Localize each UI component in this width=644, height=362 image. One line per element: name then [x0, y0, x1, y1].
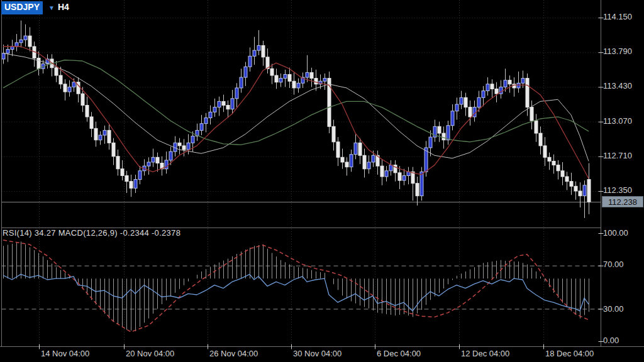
indicator-lines-layer: [3, 240, 589, 332]
symbol-selector[interactable]: USDJPY: [1, 1, 43, 14]
price-axis-label: 113.790: [603, 47, 632, 56]
rsi-axis-label: 100.00: [603, 228, 628, 238]
time-axis-label: 30 Nov 04:00: [293, 349, 341, 358]
macd-histogram-layer: [4, 241, 589, 331]
moving-averages-layer: [3, 47, 589, 178]
price-axis-label: 114.150: [603, 12, 632, 21]
time-axis-label: 12 Dec 04:00: [461, 349, 509, 358]
rsi-axis-label: 70.00: [603, 260, 624, 269]
price-axis-label: 113.070: [603, 116, 632, 126]
time-axis-label: 6 Dec 04:00: [377, 349, 421, 358]
time-axis-label: 14 Nov 04:00: [41, 349, 89, 358]
rsi-axis-label: 30.00: [603, 304, 624, 314]
current-price-badge: 112.238: [602, 196, 643, 207]
chevron-down-icon[interactable]: ▼: [48, 3, 55, 13]
timeframe-label: H4: [58, 2, 69, 12]
rsi-axis-label: 0.00: [603, 336, 619, 345]
price-axis-label: 112.710: [603, 151, 632, 160]
candles-layer: [2, 21, 591, 218]
chart-surface[interactable]: [0, 0, 644, 362]
symbol-label: USDJPY: [4, 2, 40, 12]
time-axis-label: 20 Nov 04:00: [126, 349, 174, 358]
axes-frame-layer: [0, 0, 644, 349]
chart-window: USDJPY ▼ H4 RSI(14) 34.27 MACD(12,26,9) …: [0, 0, 644, 362]
time-axis-label: 26 Nov 04:00: [209, 349, 258, 358]
indicator-values-label: RSI(14) 34.27 MACD(12,26,9) -0.2344 -0.2…: [3, 228, 180, 238]
price-axis-label: 112.350: [603, 185, 632, 195]
time-axis-label: 18 Dec 04:00: [545, 349, 594, 358]
price-axis-label: 113.430: [603, 81, 632, 90]
